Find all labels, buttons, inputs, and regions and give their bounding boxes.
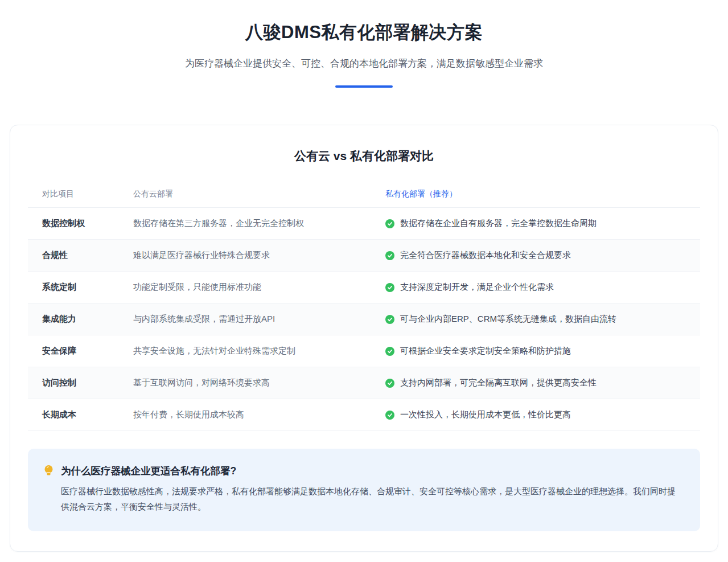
table-row: 数据控制权 数据存储在第三方服务器，企业无完全控制权 数据存储在企业自有服务器，… [28, 208, 700, 240]
page-subtitle: 为医疗器械企业提供安全、可控、合规的本地化部署方案，满足数据敏感型企业需求 [0, 57, 728, 70]
check-icon [385, 379, 394, 388]
row-public-text: 共享安全设施，无法针对企业特殊需求定制 [133, 346, 385, 356]
info-box-title: 为什么医疗器械企业更适合私有化部署? [61, 464, 236, 478]
table-body: 数据控制权 数据存储在第三方服务器，企业无完全控制权 数据存储在企业自有服务器，… [28, 208, 700, 431]
header-public-column: 公有云部署 [133, 189, 385, 199]
row-item-label: 合规性 [28, 250, 133, 261]
row-private-cell: 完全符合医疗器械数据本地化和安全合规要求 [385, 250, 700, 261]
info-box-header: 为什么医疗器械企业更适合私有化部署? [44, 464, 683, 478]
page-title: 八骏DMS私有化部署解决方案 [0, 20, 728, 44]
info-box-body: 医疗器械行业数据敏感性高，法规要求严格，私有化部署能够满足数据本地化存储、合规审… [61, 484, 683, 514]
row-private-cell: 支持深度定制开发，满足企业个性化需求 [385, 282, 700, 293]
row-item-label: 访问控制 [28, 378, 133, 388]
table-row: 访问控制 基于互联网访问，对网络环境要求高 支持内网部署，可完全隔离互联网，提供… [28, 367, 700, 399]
row-private-text: 完全符合医疗器械数据本地化和安全合规要求 [400, 250, 571, 261]
check-icon [385, 251, 394, 260]
row-public-text: 功能定制受限，只能使用标准功能 [133, 282, 385, 293]
row-private-cell: 可与企业内部ERP、CRM等系统无缝集成，数据自由流转 [385, 314, 700, 325]
row-private-text: 支持深度定制开发，满足企业个性化需求 [400, 282, 554, 293]
comparison-title: 公有云 vs 私有化部署对比 [28, 148, 700, 164]
header-item-column: 对比项目 [28, 189, 133, 199]
row-item-label: 数据控制权 [28, 218, 133, 229]
hero-section: 八骏DMS私有化部署解决方案 为医疗器械企业提供安全、可控、合规的本地化部署方案… [0, 0, 728, 88]
row-private-text: 数据存储在企业自有服务器，完全掌控数据生命周期 [400, 218, 597, 229]
table-row: 集成能力 与内部系统集成受限，需通过开放API 可与企业内部ERP、CRM等系统… [28, 303, 700, 335]
table-header-row: 对比项目 公有云部署 私有化部署（推荐） [28, 181, 700, 208]
row-public-text: 基于互联网访问，对网络环境要求高 [133, 378, 385, 388]
row-item-label: 安全保障 [28, 346, 133, 356]
header-private-column: 私有化部署（推荐） [385, 189, 700, 199]
row-item-label: 集成能力 [28, 314, 133, 325]
row-private-text: 一次性投入，长期使用成本更低，性价比更高 [400, 409, 571, 420]
table-row: 长期成本 按年付费，长期使用成本较高 一次性投入，长期使用成本更低，性价比更高 [28, 399, 700, 431]
table-row: 合规性 难以满足医疗器械行业特殊合规要求 完全符合医疗器械数据本地化和安全合规要… [28, 240, 700, 272]
row-public-text: 按年付费，长期使用成本较高 [133, 409, 385, 420]
row-private-cell: 可根据企业安全要求定制安全策略和防护措施 [385, 346, 700, 356]
check-icon [385, 315, 394, 324]
table-row: 安全保障 共享安全设施，无法针对企业特殊需求定制 可根据企业安全要求定制安全策略… [28, 335, 700, 367]
row-public-text: 数据存储在第三方服务器，企业无完全控制权 [133, 218, 385, 229]
row-item-label: 系统定制 [28, 282, 133, 293]
comparison-table: 对比项目 公有云部署 私有化部署（推荐） 数据控制权 数据存储在第三方服务器，企… [28, 181, 700, 431]
check-icon [385, 283, 394, 292]
row-private-text: 支持内网部署，可完全隔离互联网，提供更高安全性 [400, 378, 597, 388]
table-row: 系统定制 功能定制受限，只能使用标准功能 支持深度定制开发，满足企业个性化需求 [28, 272, 700, 303]
row-private-text: 可与企业内部ERP、CRM等系统无缝集成，数据自由流转 [400, 314, 616, 325]
check-icon [385, 347, 394, 356]
row-public-text: 与内部系统集成受限，需通过开放API [133, 314, 385, 325]
row-private-text: 可根据企业安全要求定制安全策略和防护措施 [400, 346, 571, 356]
accent-divider [335, 85, 393, 88]
lightbulb-icon [44, 465, 54, 477]
comparison-card: 公有云 vs 私有化部署对比 对比项目 公有云部署 私有化部署（推荐） 数据控制… [10, 125, 718, 552]
check-icon [385, 411, 394, 420]
row-private-cell: 数据存储在企业自有服务器，完全掌控数据生命周期 [385, 218, 700, 229]
check-icon [385, 219, 394, 228]
row-private-cell: 一次性投入，长期使用成本更低，性价比更高 [385, 409, 700, 420]
row-item-label: 长期成本 [28, 409, 133, 420]
row-public-text: 难以满足医疗器械行业特殊合规要求 [133, 250, 385, 261]
info-box: 为什么医疗器械企业更适合私有化部署? 医疗器械行业数据敏感性高，法规要求严格，私… [28, 449, 700, 531]
row-private-cell: 支持内网部署，可完全隔离互联网，提供更高安全性 [385, 378, 700, 388]
